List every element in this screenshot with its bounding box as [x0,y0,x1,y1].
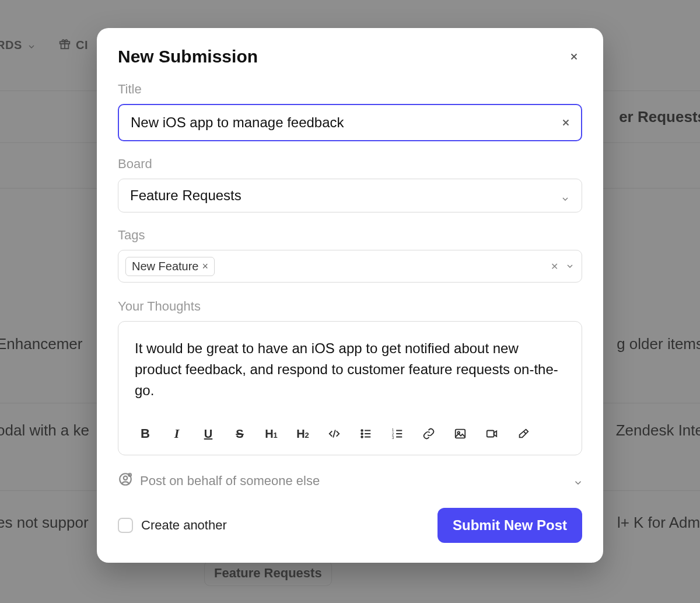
link-icon[interactable] [418,423,439,444]
board-select[interactable]: Feature Requests [118,179,582,212]
create-another-checkbox[interactable] [118,518,133,533]
svg-point-4 [361,436,363,438]
bullet-list-icon[interactable] [355,423,376,444]
submit-button[interactable]: Submit New Post [438,508,582,543]
image-icon[interactable] [450,423,471,444]
svg-point-19 [124,476,128,480]
remove-tag-button[interactable]: × [202,260,209,273]
tags-label: Tags [118,228,582,243]
clear-title-button[interactable] [560,117,572,128]
svg-rect-14 [456,430,466,438]
close-modal-button[interactable] [566,48,582,65]
thoughts-textarea[interactable]: It would be great to have an iOS app to … [118,322,582,415]
tag-chip: New Feature × [125,257,215,276]
clear-all-tags-button[interactable]: ✕ [551,261,558,272]
thoughts-label: Your Thoughts [118,299,582,314]
tags-input[interactable]: New Feature × ✕ [118,250,582,283]
svg-point-2 [361,430,363,431]
tag-label: New Feature [132,260,199,273]
title-label: Title [118,82,582,97]
chevron-down-icon [561,191,570,200]
modal-title: New Submission [118,47,258,67]
numbered-list-icon[interactable]: 123 [387,423,408,444]
title-input[interactable] [118,104,582,141]
svg-rect-16 [487,431,494,437]
editor-toolbar: B I U S H1 H2 123 [118,415,582,455]
heading2-icon[interactable]: H2 [292,423,313,444]
svg-text:3: 3 [392,435,394,440]
italic-icon[interactable]: I [166,423,187,444]
chevron-down-icon [573,476,582,486]
bold-icon[interactable]: B [135,423,156,444]
svg-line-17 [524,431,526,434]
post-on-behalf-toggle[interactable]: Post on behalf of someone else [118,472,582,490]
post-on-behalf-label: Post on behalf of someone else [140,473,320,489]
underline-icon[interactable]: U [198,423,219,444]
chevron-down-icon [565,262,575,271]
heading1-icon[interactable]: H1 [261,423,282,444]
board-selected-value: Feature Requests [130,187,242,204]
board-label: Board [118,156,582,172]
create-another-label: Create another [141,518,227,533]
rich-text-editor: It would be great to have an iOS app to … [118,321,582,455]
eraser-icon[interactable] [513,423,534,444]
create-another-option[interactable]: Create another [118,518,227,533]
strikethrough-icon[interactable]: S [229,423,250,444]
svg-point-3 [361,433,363,435]
video-icon[interactable] [481,423,502,444]
user-plus-icon [118,472,133,490]
new-submission-modal: New Submission Title Board Feature Reque… [97,28,603,563]
code-icon[interactable] [324,423,345,444]
